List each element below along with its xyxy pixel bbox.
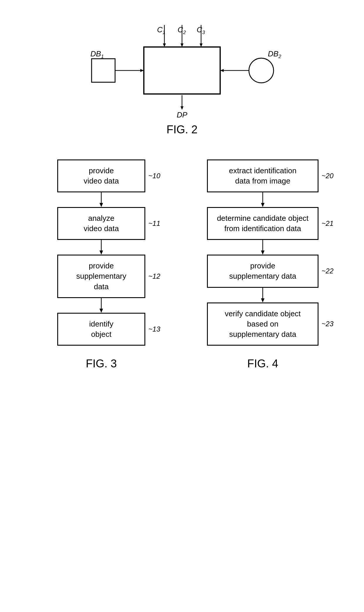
fig3-step-11-text: analyzevideo data — [84, 214, 119, 233]
db1-label: DB1 — [90, 49, 104, 60]
fig3-step-10-wrapper: providevideo data ~10 — [57, 159, 145, 192]
svg-marker-5 — [200, 43, 203, 47]
c2-label: C2 — [178, 25, 186, 36]
svg-marker-20 — [100, 309, 103, 313]
fig3-step-10-text: providevideo data — [84, 166, 119, 185]
fig3-step-12-wrapper: providesupplementarydata ~12 — [57, 255, 145, 298]
c3-label: C3 — [197, 25, 205, 36]
fig3-arrow-1 — [97, 192, 106, 207]
fig3-title: FIG. 3 — [86, 357, 117, 370]
db2-label: DB2 — [268, 49, 281, 60]
fig4-step-20-wrapper: extract identificationdata from image ~2… — [207, 159, 318, 192]
fig4-title: FIG. 4 — [247, 357, 278, 370]
c3-sub: 3 — [202, 30, 205, 35]
svg-marker-7 — [140, 69, 144, 72]
c1-label: C1 — [157, 25, 165, 36]
fig3-step-10: providevideo data ~10 — [57, 159, 145, 192]
fig2-title: FIG. 2 — [166, 123, 198, 136]
c1-sub: 1 — [163, 30, 165, 35]
fig3-step-12-text: providesupplementarydata — [76, 261, 127, 291]
page: C1 C2 C3 DB1 DB2 DP FIG. 2 providevideo … — [0, 0, 364, 612]
svg-marker-24 — [261, 250, 264, 255]
db1-sub: 1 — [101, 54, 104, 59]
fig4-step-21-text: determine candidate objectfrom identific… — [217, 214, 309, 233]
fig4-ref-20: ~20 — [321, 171, 333, 181]
fig2-section: C1 C2 C3 DB1 DB2 DP FIG. 2 — [18, 12, 346, 136]
fig4-ref-21: ~21 — [321, 219, 333, 228]
fig4-step-23-wrapper: verify candidate objectbased onsupplemen… — [207, 302, 318, 346]
fig3-step-11-wrapper: analyzevideo data ~11 — [57, 207, 145, 240]
fig4-column: extract identificationdata from image ~2… — [191, 159, 335, 370]
fig3-step-13-text: identifyobject — [89, 320, 113, 339]
svg-point-13 — [249, 58, 274, 83]
fig3-ref-10: ~10 — [148, 171, 160, 181]
fig3-arrow-3 — [97, 298, 106, 313]
svg-marker-11 — [181, 106, 183, 110]
fig4-step-21: determine candidate objectfrom identific… — [207, 207, 318, 240]
fig4-step-23-text: verify candidate objectbased onsupplemen… — [225, 309, 301, 339]
fig4-step-22: providesupplementary data ~22 — [207, 255, 318, 287]
db2-sub: 2 — [279, 54, 281, 59]
svg-rect-12 — [92, 59, 115, 82]
fig3-step-12: providesupplementarydata ~12 — [57, 255, 145, 298]
svg-marker-9 — [220, 69, 224, 72]
fig3-arrow-2 — [97, 240, 106, 255]
fig3-column: providevideo data ~10 analyzevideo data … — [29, 159, 173, 370]
svg-marker-26 — [261, 298, 264, 302]
svg-marker-18 — [100, 250, 103, 255]
c2-sub: 2 — [183, 30, 186, 35]
svg-marker-1 — [163, 43, 166, 47]
fig4-arrow-1 — [258, 192, 267, 207]
fig3-step-11: analyzevideo data ~11 — [57, 207, 145, 240]
fig4-arrow-3 — [258, 288, 267, 302]
fig4-step-22-wrapper: providesupplementary data ~22 — [207, 255, 318, 287]
dp-label: DP — [144, 110, 220, 120]
svg-marker-22 — [261, 203, 264, 207]
fig4-step-20-text: extract identificationdata from image — [229, 166, 296, 185]
fig3-ref-13: ~13 — [148, 325, 160, 334]
fig3-step-13-wrapper: identifyobject ~13 — [57, 313, 145, 346]
figs-bottom-section: providevideo data ~10 analyzevideo data … — [18, 159, 346, 370]
fig4-ref-23: ~23 — [321, 319, 333, 329]
svg-marker-3 — [181, 43, 183, 47]
fig4-step-21-wrapper: determine candidate objectfrom identific… — [207, 207, 318, 240]
fig4-step-22-text: providesupplementary data — [229, 261, 296, 280]
fig4-step-23: verify candidate objectbased onsupplemen… — [207, 302, 318, 346]
fig4-step-20: extract identificationdata from image ~2… — [207, 159, 318, 192]
fig4-arrow-2 — [258, 240, 267, 255]
svg-marker-16 — [100, 203, 103, 207]
fig3-ref-12: ~12 — [148, 272, 160, 281]
fig3-ref-11: ~11 — [148, 219, 160, 228]
fig4-ref-22: ~22 — [321, 266, 333, 276]
svg-rect-14 — [144, 47, 220, 94]
fig3-step-13: identifyobject ~13 — [57, 313, 145, 346]
fig2-diagram: C1 C2 C3 DB1 DB2 DP — [79, 23, 285, 117]
